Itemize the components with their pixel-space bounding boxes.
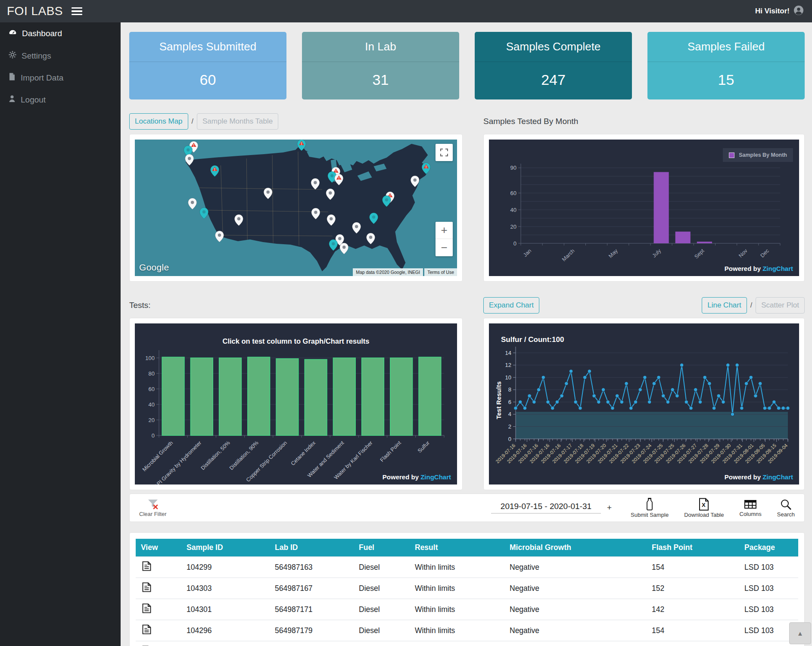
sulfur-y-axis-label: Test Results (495, 379, 502, 422)
table-toolbar: Clear Filter + Submit Sample X Download … (129, 494, 805, 522)
locations-map[interactable]: + − Google Map data ©2020 Google, INEGI … (135, 140, 457, 276)
powered-by-zingchart[interactable]: Powered by ZingChart (725, 473, 793, 481)
gear-icon (9, 51, 16, 61)
caret-up-icon: ▲ (797, 630, 803, 637)
gauge-icon (9, 28, 17, 39)
stat-card-samples-submitted[interactable]: Samples Submitted 60 (129, 32, 286, 99)
stat-title: In Lab (302, 32, 459, 62)
expand-chart-button[interactable]: Expand Chart (483, 297, 539, 314)
table-header-cell[interactable]: Flash Point (647, 539, 739, 557)
stat-card-samples-complete[interactable]: Samples Complete 247 (475, 32, 632, 99)
svg-text:90: 90 (510, 165, 516, 171)
svg-text:60: 60 (149, 386, 155, 392)
chart-legend[interactable]: Samples By Month (723, 148, 793, 162)
stat-card-in-lab[interactable]: In Lab 31 (302, 32, 459, 99)
columns-button[interactable]: Columns (740, 499, 762, 517)
svg-text:Cetane Index: Cetane Index (290, 440, 317, 467)
table-header-cell[interactable]: Result (410, 539, 504, 557)
hamburger-menu-icon[interactable] (72, 6, 82, 17)
scroll-to-top-button[interactable]: ▲ (789, 622, 811, 644)
submit-sample-button[interactable]: Submit Sample (631, 498, 669, 518)
date-range-input[interactable] (491, 502, 601, 514)
view-document-icon[interactable] (141, 560, 152, 572)
powered-by-zingchart[interactable]: Powered by ZingChart (725, 265, 793, 272)
sidebar-item-label: Logout (21, 95, 46, 105)
results-table-card: ViewSample IDLab IDFuelResultMicrobial G… (129, 532, 805, 646)
clear-filter-icon (146, 499, 159, 511)
fullscreen-icon (440, 148, 448, 157)
stat-value: 31 (302, 62, 459, 99)
download-table-button[interactable]: X Download Table (684, 498, 724, 518)
sidebar: Dashboard Settings Import Data (0, 22, 121, 646)
table-row[interactable]: 104299564987163DieselWithin limitsNegati… (136, 557, 798, 578)
results-table-body: 104299564987163DieselWithin limitsNegati… (136, 557, 798, 646)
svg-text:12: 12 (505, 362, 511, 368)
map-terms-link[interactable]: Terms of Use (424, 268, 457, 276)
table-header-cell[interactable]: Microbial Growth (504, 539, 647, 557)
stat-card-samples-failed[interactable]: Samples Failed 15 (647, 32, 805, 99)
tab-scatter-plot[interactable]: Scatter Plot (756, 297, 805, 314)
table-header-cell[interactable]: Fuel (354, 539, 410, 557)
map-fullscreen-button[interactable] (436, 144, 453, 161)
table-row[interactable]: 104301564987171DieselWithin limitsNegati… (136, 599, 798, 620)
stat-value: 15 (647, 62, 805, 99)
stat-title: Samples Failed (647, 32, 805, 62)
table-header-cell[interactable]: View (136, 539, 181, 557)
svg-text:Jan: Jan (522, 248, 532, 258)
user-icon[interactable] (794, 6, 803, 17)
sulfur-chart-card: 141210864202019-07-162019-07-162019-07-1… (483, 318, 805, 490)
tab-line-chart[interactable]: Line Chart (702, 297, 747, 314)
tests-label: Tests: (129, 301, 151, 310)
svg-text:Distillation, 50%: Distillation, 50% (200, 440, 231, 471)
sidebar-item-dashboard[interactable]: Dashboard (0, 22, 121, 45)
tests-chart-title: Click on test column to Graph/Chart resu… (135, 337, 457, 345)
table-row[interactable]: 104296564987179DieselWithin limitsNegati… (136, 620, 798, 641)
samples-by-month-chart: 906040200JanMarchMayJulySeptNovDec Sampl… (489, 140, 799, 276)
tests-bar-chart[interactable]: 100806040200Microbial GrowthAPI Gravity … (135, 323, 457, 484)
svg-text:API Gravity by Hydrometer: API Gravity by Hydrometer (153, 440, 202, 484)
clear-filter-button[interactable]: Clear Filter (139, 499, 167, 517)
table-header-cell[interactable]: Sample ID (181, 539, 270, 557)
svg-text:6: 6 (508, 399, 511, 405)
svg-text:100: 100 (145, 355, 155, 361)
table-row[interactable]: 104298564987165DieselWithin limitsNegati… (136, 641, 798, 646)
svg-text:Dec: Dec (759, 248, 770, 259)
table-header-row: ViewSample IDLab IDFuelResultMicrobial G… (136, 539, 798, 557)
svg-text:60: 60 (510, 190, 516, 196)
results-table: ViewSample IDLab IDFuelResultMicrobial G… (136, 539, 798, 646)
svg-text:40: 40 (510, 207, 516, 213)
month-chart-label: Samples Tested By Month (483, 117, 578, 126)
map-zoom-in-button[interactable]: + (436, 222, 453, 239)
search-button[interactable]: Search (777, 498, 795, 518)
table-header-cell[interactable]: Lab ID (270, 539, 354, 557)
greeting-text: Hi Visitor! (755, 7, 790, 16)
svg-text:X: X (702, 502, 706, 508)
stat-title: Samples Complete (475, 32, 632, 62)
sulfur-chart-title: Sulfur / Count:100 (501, 335, 564, 344)
table-row[interactable]: 104303564987167DieselWithin limitsNegati… (136, 578, 798, 599)
logout-icon (9, 95, 16, 105)
tab-sample-months-table[interactable]: Sample Months Table (197, 113, 278, 130)
locations-map-card: + − Google Map data ©2020 Google, INEGI … (129, 134, 463, 282)
stat-value: 60 (129, 62, 286, 99)
sidebar-item-settings[interactable]: Settings (0, 45, 121, 67)
sidebar-item-import-data[interactable]: Import Data (0, 67, 121, 89)
sidebar-item-label: Import Data (21, 73, 63, 83)
view-document-icon[interactable] (141, 603, 152, 614)
table-header-cell[interactable]: Package (739, 539, 798, 557)
svg-text:4: 4 (508, 411, 511, 417)
sulfur-line-chart: 141210864202019-07-162019-07-162019-07-1… (489, 323, 799, 484)
svg-text:Nov: Nov (737, 248, 749, 259)
tab-locations-map[interactable]: Locations Map (129, 113, 188, 130)
top-navbar: FOI LABS Hi Visitor! (0, 0, 812, 22)
google-logo: Google (139, 262, 169, 273)
bottle-icon (644, 498, 655, 511)
view-document-icon[interactable] (141, 581, 152, 593)
powered-by-zingchart[interactable]: Powered by ZingChart (383, 473, 451, 481)
map-zoom-out-button[interactable]: − (436, 239, 453, 256)
view-document-icon[interactable] (141, 624, 152, 635)
brand-logo: FOI LABS (0, 4, 63, 18)
svg-text:May: May (607, 248, 619, 259)
sidebar-item-logout[interactable]: Logout (0, 89, 121, 111)
add-date-range-button[interactable]: + (607, 503, 612, 512)
